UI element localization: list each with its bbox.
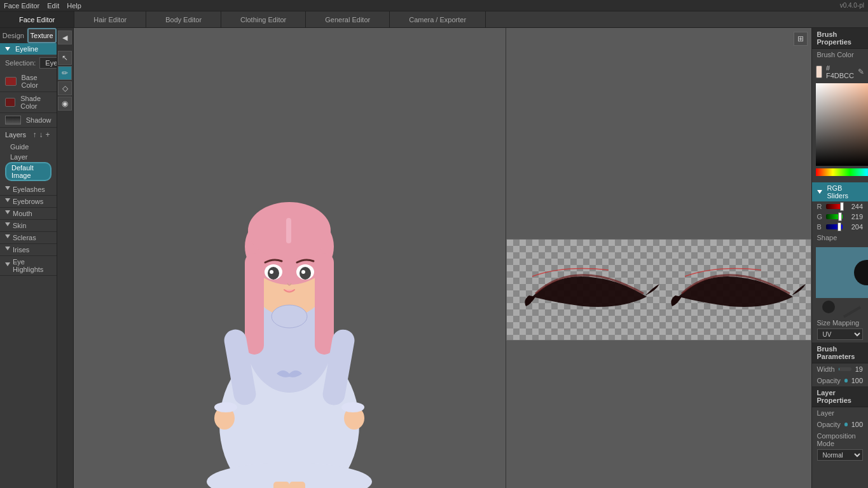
tab-body-editor[interactable]: Body Editor [146, 11, 221, 27]
opacity-row: Opacity 100 [812, 375, 869, 386]
eyebrows-expand-icon [5, 198, 10, 205]
viewport-back-btn[interactable]: ◀ [58, 30, 72, 44]
category-eye-highlights[interactable]: Eye Highlights [0, 256, 57, 276]
layer-properties-title: Layer Properties [812, 386, 869, 407]
category-scleras[interactable]: Scleras [0, 232, 57, 244]
rgb-sliders-title[interactable]: RGB Sliders [812, 182, 869, 201]
color-picker-icon[interactable]: ✎ [858, 67, 864, 76]
layers-section: Layers ↑ ↓ + Guide Layer Default Image [0, 128, 57, 184]
category-skin[interactable]: Skin [0, 220, 57, 232]
base-color-swatch [5, 77, 17, 86]
svg-point-11 [268, 267, 279, 280]
eyeline-section-header[interactable]: Eyeline [0, 43, 57, 55]
brush-tool-btn[interactable]: ✏ [58, 66, 72, 80]
shape-circle [854, 260, 869, 285]
menu-face-editor[interactable]: Face Editor [4, 2, 39, 10]
hue-bar[interactable] [816, 168, 869, 176]
texture-checker-bg [506, 239, 811, 341]
color-display-row: # F4DBCC ✎ [816, 64, 865, 79]
center-area: ◀ ↖ ✏ ◇ ◉ [57, 28, 811, 488]
svg-point-23 [214, 402, 237, 412]
tab-hair-editor[interactable]: Hair Editor [74, 11, 146, 27]
layer-guide[interactable]: Guide [5, 142, 52, 152]
menu-edit[interactable]: Edit [47, 2, 59, 10]
layer-layer[interactable]: Layer [5, 152, 52, 162]
category-eyelashes[interactable]: Eyelashes [0, 184, 57, 196]
svg-point-13 [270, 270, 273, 274]
menu-help[interactable]: Help [67, 2, 81, 10]
shade-color-swatch [5, 98, 15, 107]
color-gradient-box[interactable] [816, 83, 869, 166]
eye-highlights-expand-icon [5, 262, 10, 269]
color-picker-area: # F4DBCC ✎ [812, 60, 869, 182]
shadow-row[interactable]: Shadow [0, 113, 57, 128]
main-layout: Design Texture Eyeline Selection: Eyelin… [0, 28, 868, 488]
layers-add-btn[interactable]: + [44, 130, 51, 139]
svg-point-14 [301, 270, 305, 274]
shape-small-circle [822, 301, 835, 313]
layers-header: Layers ↑ ↓ + [5, 130, 52, 139]
category-mouth[interactable]: Mouth [0, 208, 57, 220]
b-slider[interactable] [826, 224, 843, 229]
tool-panel: ◀ ↖ ✏ ◇ ◉ [57, 28, 74, 488]
size-mapping-dropdown[interactable]: UV [817, 329, 864, 340]
tab-camera-exporter[interactable]: Camera / Exporter [390, 11, 486, 27]
layers-down-btn[interactable]: ↓ [38, 130, 44, 139]
composition-mode-row: Composition Mode [812, 430, 869, 449]
r-slider[interactable] [826, 204, 843, 209]
select-tool-btn[interactable]: ↖ [58, 51, 72, 65]
eraser-tool-btn[interactable]: ◇ [58, 81, 72, 95]
category-eyebrows[interactable]: Eyebrows [0, 196, 57, 208]
eyelashes-expand-icon [5, 186, 10, 193]
svg-point-15 [272, 305, 307, 328]
tab-general-editor[interactable]: General Editor [306, 11, 390, 27]
right-panel: Brush Properties Brush Color # F4DBCC ✎ … [811, 28, 869, 488]
layer-opacity-slider[interactable] [844, 423, 848, 426]
version-label: v0.4.0-pl [840, 2, 864, 9]
svg-rect-5 [245, 253, 264, 355]
eyeline-expand-icon [5, 47, 10, 51]
shape-label-row: Shape [812, 232, 869, 243]
viewports: ◀ ↖ ✏ ◇ ◉ [57, 28, 811, 488]
rgb-expand-icon [817, 190, 822, 194]
layer-label-row: Layer [812, 407, 869, 419]
eyebrow-texture-svg [513, 246, 806, 329]
layer-opacity-row: Opacity 100 [812, 419, 869, 430]
svg-rect-22 [289, 482, 305, 488]
shape-small-line [843, 306, 861, 318]
main-3d-viewport[interactable] [74, 28, 506, 488]
tab-design[interactable]: Design [0, 28, 27, 43]
mouth-expand-icon [5, 210, 10, 217]
color-swatch-main[interactable] [816, 65, 822, 78]
selection-row: Selection: Eyeline [0, 55, 57, 71]
size-mapping-dropdown-row: UV [812, 329, 869, 342]
width-slider[interactable] [839, 367, 851, 371]
selection-dropdown[interactable]: Eyeline [39, 57, 57, 69]
shape-section [812, 243, 869, 317]
left-panel: Design Texture Eyeline Selection: Eyelin… [0, 28, 57, 488]
fill-tool-btn[interactable]: ◉ [58, 97, 72, 111]
layers-up-btn[interactable]: ↑ [31, 130, 38, 139]
irises-expand-icon [5, 247, 10, 253]
r-slider-row: R 244 [812, 201, 869, 212]
scleras-expand-icon [5, 234, 10, 241]
g-slider[interactable] [826, 214, 843, 219]
composition-dropdown-row: Normal [812, 449, 869, 463]
color-hex-value: # F4DBCC [826, 64, 854, 79]
tab-texture[interactable]: Texture [27, 28, 57, 43]
composition-mode-dropdown[interactable]: Normal [817, 449, 864, 461]
texture-viewport[interactable]: ⊞ [506, 28, 811, 488]
categories-list: Eyelashes Eyebrows Mouth Skin Scleras Ir… [0, 184, 57, 488]
editor-tabs: Face Editor Hair Editor Body Editor Clot… [0, 11, 868, 28]
shape-preview-box[interactable] [816, 247, 869, 298]
category-irises[interactable]: Irises [0, 244, 57, 256]
shadow-preview [5, 116, 21, 125]
tab-clothing-editor[interactable]: Clothing Editor [221, 11, 306, 27]
opacity-slider[interactable] [844, 379, 848, 383]
texture-view-btn[interactable]: ⊞ [794, 32, 808, 46]
shade-color-row[interactable]: Shade Color [0, 92, 57, 113]
brush-color-row: Brush Color [812, 49, 869, 60]
layer-default-image[interactable]: Default Image [5, 162, 52, 181]
tab-face-editor[interactable]: Face Editor [0, 11, 74, 27]
base-color-row[interactable]: Base Color [0, 71, 57, 92]
